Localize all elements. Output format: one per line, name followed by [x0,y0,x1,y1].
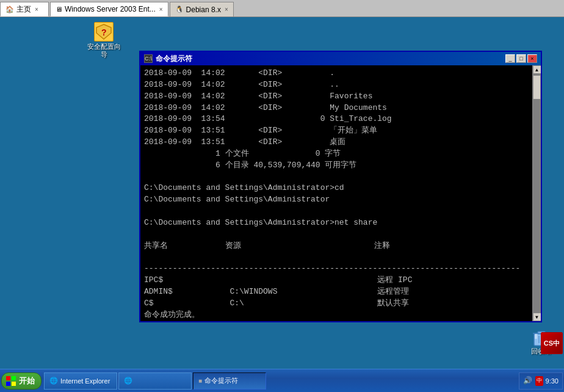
scrollbar-track[interactable] [533,74,541,313]
ie2-task-icon: 🌐 [124,377,132,385]
scrollbar-up-btn[interactable]: ▲ [533,65,541,74]
cmd-task-icon: ■ [198,377,202,384]
scrollbar-down-btn[interactable]: ▼ [533,313,541,321]
cmd-line: C:\Documents and Settings\Administrator>… [144,217,529,229]
cmd-line: 2018-09-09 14:02 <DIR> . [144,68,529,79]
cmd-title-text: 命令提示符 [156,54,192,64]
tab-win2003[interactable]: 🖥 Windows Server 2003 Ent... × [50,2,168,16]
windows-logo-icon [5,376,16,387]
cmd-line: 2018-09-09 13:51 <DIR> 「开始」菜单 [144,125,529,137]
cmd-controls: _ □ × [505,54,537,63]
cmd-line: C:\Documents and Settings\Administrator>… [144,183,529,194]
svg-rect-10 [12,376,16,380]
svg-rect-11 [6,382,10,386]
svg-rect-9 [6,376,10,380]
cmd-line: 2018-09-09 14:02 <DIR> Favorites [144,91,529,103]
cmd-line: 1 个文件 0 字节 [144,148,529,160]
tray-network-icon[interactable]: 🔊 [523,376,533,386]
home-tab-icon: 🏠 [5,5,14,13]
browser-tab-bar: 🏠 主页 × 🖥 Windows Server 2003 Ent... × 🐧 … [0,0,564,17]
start-label: 开始 [19,376,35,387]
cmd-scrollbar[interactable]: ▲ ▼ [532,65,541,321]
taskbar-task-cmd[interactable]: ■ 命令提示符 [193,372,266,390]
desktop: ? 安全配置向导 C:\ 命令提示符 _ □ × 2018-09-09 14:0… [0,17,564,359]
security-icon-label: 安全配置向导 [85,43,122,59]
ie-task-icon: 🌐 [49,377,58,385]
cmd-content[interactable]: 2018-09-09 14:02 <DIR> .2018-09-09 14:02… [140,65,532,321]
cmd-line: 2018-09-09 14:02 <DIR> .. [144,79,529,91]
cmd-title-left: C:\ 命令提示符 [144,54,192,64]
desktop-icon-security[interactable]: ? 安全配置向导 [85,22,122,59]
cmd-task-label: 命令提示符 [204,376,238,385]
svg-rect-12 [12,382,16,386]
taskbar: 开始 🌐 Internet Explorer 🌐 ■ 命令提示符 🔊 中 9:3… [0,369,564,392]
taskbar-tasks: 🌐 Internet Explorer 🌐 ■ 命令提示符 [44,372,519,390]
cmd-line: ADMIN$ C:\WINDOWS 远程管理 [144,286,529,298]
cmd-line: ----------------------------------------… [144,263,529,275]
ie-task-label: Internet Explorer [60,377,110,385]
cmd-line: C$ C:\ 默认共享 [144,298,529,310]
taskbar-task-ie[interactable]: 🌐 Internet Explorer [44,372,117,390]
cmd-line: IPC$ 远程 IPC [144,275,529,286]
tab-win2003-label: Windows Server 2003 Ent... [65,5,156,13]
svg-rect-8 [535,334,537,339]
taskbar-task-ie2[interactable]: 🌐 [118,372,192,390]
tab-home[interactable]: 🏠 主页 × [0,2,49,16]
cmd-title-icon: C:\ [144,54,153,63]
security-icon: ? [94,22,114,42]
start-button[interactable]: 开始 [1,372,42,390]
cmd-line [144,229,529,241]
cmd-body: 2018-09-09 14:02 <DIR> .2018-09-09 14:02… [140,65,541,321]
cmd-line [144,252,529,264]
cmd-close-btn[interactable]: × [527,54,537,63]
tab-home-close[interactable]: × [35,6,38,13]
cmd-line: 2018-09-09 13:54 0 Sti_Trace.log [144,114,529,125]
tray-clock: 9:30 [546,377,559,385]
cmd-titlebar: C:\ 命令提示符 _ □ × [140,52,541,65]
tab-debian-label: Debian 8.x [186,5,221,14]
tab-win2003-close[interactable]: × [159,6,163,13]
cs-icon-text: CS中 [544,339,560,348]
tab-debian-close[interactable]: × [225,6,228,13]
cmd-restore-btn[interactable]: □ [516,54,526,63]
cmd-line: 2018-09-09 13:51 <DIR> 桌面 [144,137,529,148]
tab-home-label: 主页 [16,4,31,15]
scrollbar-thumb[interactable] [533,75,541,100]
cmd-minimize-btn[interactable]: _ [505,54,515,63]
cs-icon[interactable]: CS中 [541,332,563,354]
tray-lang-icon[interactable]: 中 [535,376,543,386]
cmd-line [144,206,529,217]
cmd-line: 2018-09-09 14:02 <DIR> My Documents [144,103,529,114]
win2003-tab-icon: 🖥 [56,5,62,13]
cmd-window: C:\ 命令提示符 _ □ × 2018-09-09 14:02 <DIR> .… [139,51,542,322]
debian-tab-icon: 🐧 [175,5,184,13]
cmd-line: 命令成功完成。 [144,310,529,321]
tab-debian[interactable]: 🐧 Debian 8.x × [170,2,234,16]
svg-text:?: ? [101,27,107,37]
cmd-line: 6 个目录 40,539,709,440 可用字节 [144,160,529,172]
cmd-line: C:\Documents and Settings\Administrator [144,194,529,206]
cmd-line: 共享名 资源 注释 [144,241,529,252]
taskbar-tray: 🔊 中 9:30 [519,372,563,390]
cmd-line [144,172,529,183]
